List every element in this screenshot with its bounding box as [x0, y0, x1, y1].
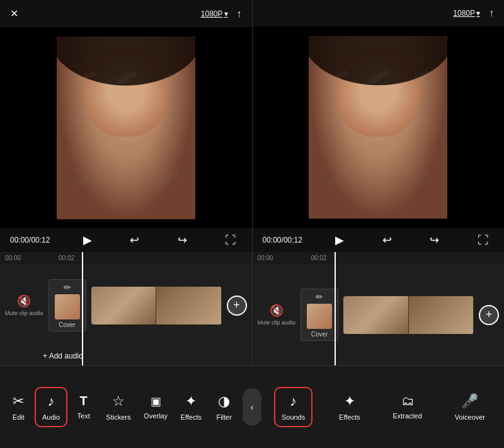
tool-sounds[interactable]: ♪ Sounds — [274, 387, 312, 427]
left-timeline: 00:00 00:02 🔇 Mute clip audio ✏ Cover + … — [0, 252, 252, 365]
fullscreen-button-right[interactable]: ⛶ — [472, 233, 494, 248]
filter-icon: ◑ — [218, 393, 230, 410]
left-track: 🔇 Mute clip audio ✏ Cover + — [0, 264, 252, 347]
stickers-icon: ☆ — [112, 393, 125, 410]
redo-button-left[interactable]: ↪ — [173, 232, 192, 248]
right-mute-control[interactable]: 🔇 Mute clip audio — [258, 304, 296, 326]
resolution-button-left[interactable]: 1080P ▾ — [201, 9, 228, 18]
right-panel-controls: 00:00/00:12 ▶ ↩ ↪ ⛶ — [253, 228, 505, 252]
left-video-strip — [91, 287, 222, 325]
right-track: 🔇 Mute clip audio ✏ Cover + — [253, 264, 505, 365]
resolution-button-right[interactable]: 1080P ▾ — [453, 9, 480, 18]
pencil-icon-left: ✏ — [64, 282, 71, 292]
cover-thumbnail-right — [307, 304, 332, 329]
bottom-toolbar: ✂ Edit ♪ Audio T Text ☆ Stickers ▣ Overl… — [0, 365, 504, 447]
right-video-frame: Alpha Alpha Alpha Alpha Alpha Alpha — [309, 36, 447, 219]
left-cover-block[interactable]: ✏ Cover — [49, 279, 86, 331]
left-video-frame: Alpha Alpha Alpha Alpha Alpha Alpha — [57, 37, 195, 219]
left-panel: ✕ 1080P ▾ ↑ Alpha Alpha Alpha Alpha Alph… — [0, 0, 252, 252]
chevron-down-icon: ▾ — [224, 9, 228, 18]
undo-button-left[interactable]: ↩ — [125, 232, 144, 248]
right-panel: 1080P ▾ ↑ Alpha Alpha Alpha Alpha Alpha … — [252, 0, 505, 252]
undo-button-right[interactable]: ↩ — [377, 232, 397, 248]
add-audio-button[interactable]: + Add audio — [38, 349, 88, 363]
right-panel-header: 1080P ▾ ↑ — [253, 0, 505, 26]
left-mute-control[interactable]: 🔇 Mute clip audio — [5, 294, 43, 316]
effects-icon-right: ✦ — [344, 393, 355, 410]
redo-button-right[interactable]: ↪ — [425, 232, 444, 248]
collapse-button[interactable]: ‹ — [243, 388, 261, 426]
right-toolbar: ♪ Sounds ✦ Effects 🗂 Extracted 🎤 Voiceov… — [261, 366, 504, 447]
pencil-icon-right: ✏ — [316, 292, 323, 302]
left-timeline-cursor — [82, 252, 83, 365]
audio-icon: ♪ — [48, 393, 55, 410]
tool-voiceover[interactable]: 🎤 Voiceover — [449, 388, 491, 426]
top-section: ✕ 1080P ▾ ↑ Alpha Alpha Alpha Alpha Alph… — [0, 0, 504, 252]
tool-effects-right[interactable]: ✦ Effects — [333, 388, 366, 426]
right-video-preview: Alpha Alpha Alpha Alpha Alpha Alpha — [253, 26, 505, 228]
tool-overlay[interactable]: ▣ Overlay — [137, 389, 174, 425]
timeline-section: 00:00 00:02 🔇 Mute clip audio ✏ Cover + … — [0, 252, 504, 365]
left-ruler: 00:00 00:02 — [0, 252, 252, 264]
chevron-down-icon-right: ▾ — [476, 9, 480, 18]
left-video-preview: Alpha Alpha Alpha Alpha Alpha Alpha — [0, 27, 252, 228]
left-panel-controls: 00:00/00:12 ▶ ↩ ↪ ⛶ — [0, 228, 252, 252]
play-button-left[interactable]: ▶ — [78, 232, 97, 248]
strip-frame-1 — [91, 287, 156, 325]
add-audio-row: + Add audio — [0, 347, 252, 365]
tool-effects-left[interactable]: ✦ Effects — [175, 388, 208, 426]
left-time-display: 00:00/00:12 — [10, 236, 50, 244]
right-video-strip — [343, 296, 474, 334]
right-ruler: 00:00 00:02 — [253, 252, 505, 264]
cover-thumbnail-left — [55, 294, 80, 319]
mute-icon-left: 🔇 — [17, 294, 31, 308]
right-time-display: 00:00/00:12 — [263, 236, 302, 244]
tool-extracted[interactable]: 🗂 Extracted — [386, 389, 428, 425]
right-strip-frame-2 — [409, 296, 474, 334]
right-timeline-cursor — [335, 252, 336, 365]
overlay-icon: ▣ — [151, 394, 161, 408]
close-button-left[interactable]: ✕ — [8, 5, 21, 22]
tool-stickers[interactable]: ☆ Stickers — [100, 388, 137, 426]
right-cover-block[interactable]: ✏ Cover — [301, 289, 338, 341]
play-button-right[interactable]: ▶ — [330, 232, 349, 248]
tool-edit[interactable]: ✂ Edit — [3, 388, 34, 426]
add-clip-button-right[interactable]: + — [479, 305, 499, 325]
strip-frame-2 — [156, 287, 221, 325]
export-button-right[interactable]: ↑ — [486, 5, 496, 21]
scissors-icon: ✂ — [13, 393, 24, 410]
tool-audio[interactable]: ♪ Audio — [35, 387, 67, 427]
tool-text[interactable]: T Text — [68, 389, 100, 425]
effects-icon-left: ✦ — [185, 393, 197, 410]
left-panel-header: ✕ 1080P ▾ ↑ — [0, 0, 252, 27]
fullscreen-button-left[interactable]: ⛶ — [220, 233, 241, 248]
tool-filter[interactable]: ◑ Filter — [209, 388, 240, 426]
extracted-icon: 🗂 — [401, 394, 414, 408]
export-button-left[interactable]: ↑ — [234, 6, 244, 22]
left-toolbar: ✂ Edit ♪ Audio T Text ☆ Stickers ▣ Overl… — [0, 366, 243, 447]
sounds-icon: ♪ — [290, 393, 297, 410]
mute-icon-right: 🔇 — [270, 304, 284, 318]
voiceover-icon: 🎤 — [461, 393, 478, 410]
text-icon: T — [80, 394, 88, 408]
right-strip-frame-1 — [343, 296, 408, 334]
right-timeline: 00:00 00:02 🔇 Mute clip audio ✏ Cover + — [252, 252, 505, 365]
add-clip-button-left[interactable]: + — [227, 296, 247, 316]
